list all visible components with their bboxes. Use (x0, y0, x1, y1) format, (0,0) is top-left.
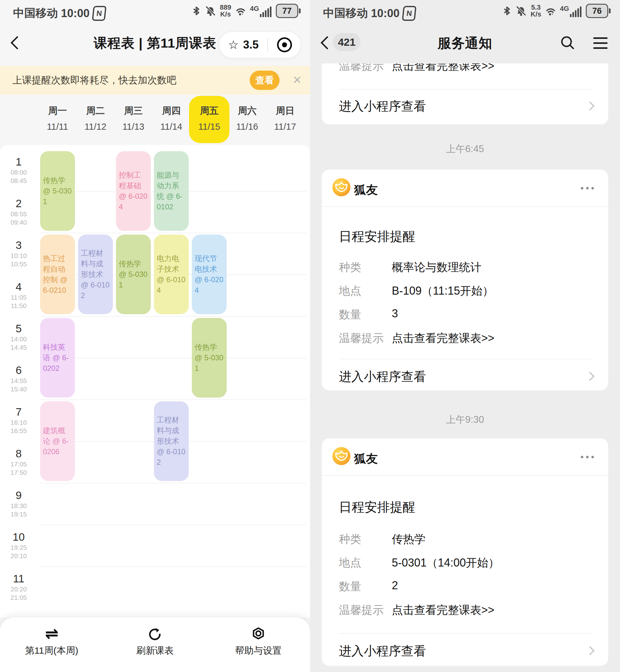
nfc-icon: N (92, 6, 107, 21)
field-value: 3 (392, 307, 591, 320)
open-miniapp-link[interactable]: 进入小程序查看 (339, 642, 426, 660)
chevron-right-icon (585, 101, 595, 111)
timetable-pane: 中国移动 10:00 N 889 K/s 4G (0, 0, 310, 672)
open-miniapp-link[interactable]: 进入小程序查看 (339, 368, 426, 385)
status-right-group: 889 K/s 4G 77 (192, 4, 301, 18)
chevron-right-icon (585, 646, 595, 656)
cellular-signal: 4G (560, 5, 581, 17)
course-block[interactable]: 工程材料与成形技术 @ 6-0102 (154, 401, 189, 481)
day-tab-wed[interactable]: 周三 11/13 (114, 95, 152, 143)
record-icon[interactable] (277, 37, 292, 52)
field-label: 温馨提示 (339, 63, 384, 74)
search-icon[interactable] (560, 35, 574, 49)
field-value: 5-0301（14:00开始） (392, 555, 591, 571)
split-screen-root: 中国移动 10:00 N 889 K/s 4G (0, 0, 620, 672)
battery-level: 76 (586, 4, 608, 18)
bell-muted-icon (516, 6, 526, 16)
more-options-icon[interactable] (581, 182, 594, 194)
status-right-group: 5.3 K/s 4G 76 (502, 4, 611, 18)
course-block[interactable]: 能源与动力系统 @ 6-0102 (154, 151, 189, 231)
notifications-pane: 中国移动 10:00 N 5.3 K/s 4G (310, 0, 620, 672)
course-block[interactable]: 传热学 @ 5-0301 (40, 151, 75, 231)
status-bar-right: 中国移动 10:00 N 5.3 K/s 4G (310, 0, 620, 25)
chevron-right-icon (585, 372, 595, 381)
refresh-icon (147, 624, 162, 642)
close-icon[interactable]: × (293, 70, 301, 89)
course-block[interactable]: 传热学 @ 5-0301 (116, 235, 151, 314)
message-card-partial[interactable]: 温馨提示 点击查看完整课表>> 进入小程序查看 (322, 63, 608, 125)
cellular-signal: 4G (250, 5, 271, 17)
carrier-label: 中国移动 (323, 6, 368, 21)
capsule-divider (267, 38, 268, 52)
course-block[interactable]: 现代节电技术 @ 6-0204 (192, 235, 227, 314)
open-miniapp-link[interactable]: 进入小程序查看 (339, 98, 426, 115)
field-value: 概率论与数理统计 (392, 260, 591, 275)
banner-view-button[interactable]: 查看 (250, 70, 279, 90)
field-value[interactable]: 点击查看完整课表>> (392, 603, 591, 618)
course-block[interactable]: 科技英语 @ 6-0202 (40, 318, 75, 398)
message-timestamp: 上午6:45 (310, 142, 620, 155)
field-value[interactable]: 点击查看完整课表>> (392, 63, 591, 74)
time-slot-4: 411:0511:50 (0, 274, 37, 316)
time-slot-3: 310:1010:55 (0, 233, 37, 274)
tab-refresh-timetable[interactable]: 刷新课表 (103, 618, 206, 672)
day-tab-sun[interactable]: 周日 11/17 (266, 95, 304, 143)
reminder-banner: 上课提醒次数即将耗尽，快去加次数吧 查看 × (0, 66, 310, 95)
battery-indicator: 77 (276, 4, 301, 18)
course-block[interactable]: 传热学 @ 5-0301 (192, 318, 227, 398)
timetable-nav: 课程表 | 第11周课表 ☆ 3.5 (0, 25, 310, 65)
field-label: 地点 (339, 555, 361, 571)
course-block[interactable]: 电力电子技术 @ 6-0104 (154, 235, 189, 314)
signal-bars-icon (570, 6, 581, 17)
rating-value: 3.5 (243, 38, 259, 51)
field-label: 温馨提示 (339, 331, 384, 346)
sender-avatar-fox-icon[interactable] (332, 178, 350, 196)
course-block[interactable]: 工程材料与成形技术 @ 6-0102 (78, 235, 113, 314)
status-left-group: 中国移动 10:00 N (323, 6, 416, 21)
more-options-icon[interactable] (581, 451, 594, 463)
sender-avatar-fox-icon[interactable] (332, 447, 350, 465)
day-tab-sat[interactable]: 周六 11/16 (228, 95, 266, 143)
field-label: 种类 (339, 532, 361, 547)
bluetooth-icon (192, 6, 201, 15)
timetable-grid: 108:0008:45 208:5509:40 310:1010:55 411:… (0, 145, 310, 618)
bluetooth-icon (502, 6, 512, 15)
course-block[interactable]: 热工过程自动控制 @ 6-0210 (40, 235, 75, 314)
day-tab-fri-selected[interactable]: 周五 11/15 (190, 95, 228, 143)
wifi-icon (546, 6, 556, 15)
wifi-icon (236, 6, 246, 15)
time-slot-11: 1120:2021:05 (0, 566, 37, 608)
status-left-group: 中国移动 10:00 N (13, 6, 106, 21)
tab-help-settings[interactable]: 帮助与设置 (207, 618, 310, 672)
clock-label: 10:00 (61, 7, 90, 20)
network-speed: 5.3 K/s (530, 4, 541, 18)
status-bar-left: 中国移动 10:00 N 889 K/s 4G (0, 0, 310, 25)
message-timestamp: 上午9:30 (310, 413, 620, 426)
sender-name[interactable]: 狐友 (354, 451, 378, 467)
time-slot-10: 1019:2520:10 (0, 525, 37, 566)
course-block[interactable]: 控制工程基础 @ 6-0204 (116, 151, 151, 231)
day-tab-thu[interactable]: 周四 11/14 (152, 95, 190, 143)
carrier-label: 中国移动 (13, 6, 58, 21)
menu-icon[interactable] (593, 37, 608, 49)
star-icon: ☆ (228, 38, 239, 52)
sender-name[interactable]: 狐友 (354, 182, 378, 198)
swap-week-icon: ⇌ (45, 624, 58, 642)
network-type-label: 4G (250, 5, 259, 13)
course-block[interactable]: 建筑概论 @ 6-0206 (40, 401, 75, 481)
network-speed: 889 K/s (220, 4, 231, 18)
time-slot-8: 817:0517:50 (0, 441, 37, 483)
day-tab-mon[interactable]: 周一 11/11 (39, 95, 76, 143)
banner-text: 上课提醒次数即将耗尽，快去加次数吧 (12, 74, 176, 87)
message-title: 日程安排提醒 (339, 228, 415, 245)
day-tab-tue[interactable]: 周二 11/12 (76, 95, 114, 143)
tab-current-week[interactable]: ⇌ 第11周(本周) (0, 618, 103, 672)
time-slot-9: 918:3019:15 (0, 483, 37, 525)
miniapp-capsule[interactable]: ☆ 3.5 (219, 31, 301, 58)
message-card: 狐友 日程安排提醒 种类 传热学 地点 5-0301（14:00开始） 数量 2… (322, 438, 608, 666)
time-slot-6: 614:5515:40 (0, 358, 37, 399)
field-value[interactable]: 点击查看完整课表>> (392, 331, 591, 346)
field-value: B-109（11:15开始） (392, 283, 591, 299)
field-value: 传热学 (392, 532, 591, 547)
nfc-icon: N (402, 6, 417, 21)
